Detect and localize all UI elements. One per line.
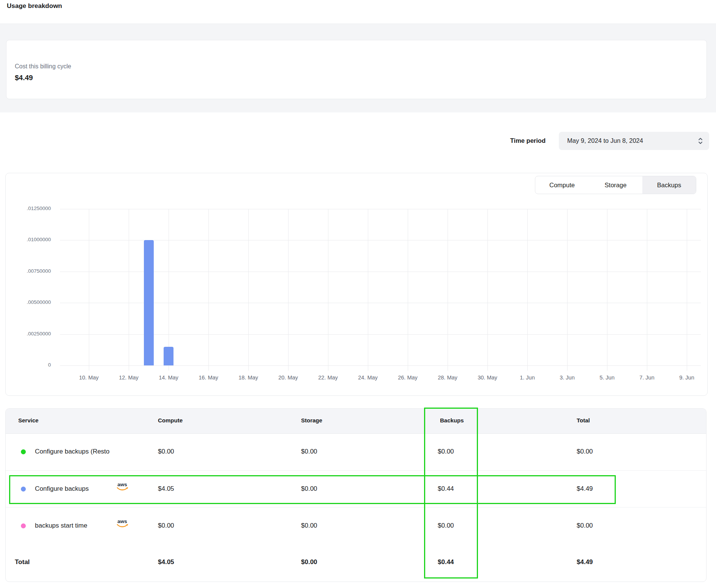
x-axis-tick-label: 9. Jun [670, 375, 704, 381]
y-axis-tick-label: .01250000 [9, 205, 51, 211]
y-axis-tick-label: .00500000 [9, 299, 51, 305]
aws-logo-icon: aws [115, 481, 129, 494]
time-period-select[interactable]: May 9, 2024 to Jun 8, 2024 [559, 132, 709, 150]
svg-text:aws: aws [117, 482, 127, 487]
y-gridline [60, 303, 701, 303]
y-axis-tick-label: 0 [9, 362, 51, 368]
total-value: $0.00 [577, 522, 593, 530]
x-gridline [248, 209, 249, 371]
storage-value: $0.00 [301, 522, 317, 530]
compute-value: $0.00 [158, 448, 174, 455]
svg-text:aws: aws [117, 518, 127, 524]
x-gridline [567, 209, 568, 371]
total-value: $4.49 [577, 485, 593, 493]
compute-value: $4.05 [158, 485, 174, 493]
y-gridline [60, 272, 701, 272]
x-axis-tick-label: 12. May [112, 375, 146, 381]
x-gridline [607, 209, 607, 371]
storage-value: $0.00 [301, 485, 317, 493]
x-gridline [647, 209, 647, 371]
x-gridline [328, 209, 328, 371]
service-name: Configure backups [35, 485, 89, 493]
service-color-dot [21, 449, 26, 454]
column-header-backups: Backups [440, 417, 464, 424]
service-color-dot [21, 487, 26, 492]
x-axis-tick-label: 18. May [231, 375, 265, 381]
storage-value: $0.00 [301, 448, 317, 455]
tab-storage[interactable]: Storage [589, 176, 642, 194]
table-row: Configure backups (Resto$0.00$0.00$0.00$… [6, 433, 706, 470]
tab-compute[interactable]: Compute [535, 176, 589, 194]
y-gridline [60, 334, 701, 335]
total-storage-value: $0.00 [301, 558, 317, 566]
cost-value: $4.49 [15, 74, 33, 82]
x-gridline [527, 209, 528, 371]
usage-chart-card: ComputeStorageBackups .01250000.01000000… [5, 173, 708, 396]
cost-summary-card: Cost this billing cycle $4.49 [6, 40, 707, 99]
x-gridline [288, 209, 289, 371]
backups-value: $0.44 [438, 485, 454, 493]
page-title: Usage breakdown [7, 2, 62, 10]
chart-metric-tabs: ComputeStorageBackups [535, 176, 696, 194]
table-row: Configure backupsaws$4.05$0.00$0.44$4.49 [6, 470, 706, 507]
x-axis-tick-label: 26. May [391, 375, 425, 381]
total-backups-value: $0.44 [438, 558, 454, 566]
total-value: $0.00 [577, 448, 593, 455]
cost-label: Cost this billing cycle [15, 63, 71, 70]
summary-band: Cost this billing cycle $4.49 [0, 24, 716, 112]
y-gridline [60, 365, 701, 366]
total-total-value: $4.49 [577, 558, 593, 566]
total-compute-value: $4.05 [158, 558, 174, 566]
tab-backups[interactable]: Backups [642, 176, 696, 194]
usage-table: ServiceComputeStorageBackupsTotal Config… [5, 408, 707, 582]
time-period-value: May 9, 2024 to Jun 8, 2024 [567, 137, 643, 144]
column-header-compute: Compute [158, 417, 183, 424]
x-gridline [408, 209, 408, 371]
x-gridline [129, 209, 129, 371]
x-axis-tick-label: 1. Jun [510, 375, 544, 381]
service-name: Configure backups (Resto [35, 448, 110, 455]
compute-value: $0.00 [158, 522, 174, 530]
x-axis-tick-label: 7. Jun [630, 375, 664, 381]
x-gridline [89, 209, 89, 371]
bar-13-may [144, 240, 154, 365]
x-axis-tick-label: 14. May [151, 375, 186, 381]
x-axis-tick-label: 30. May [470, 375, 505, 381]
x-gridline [368, 209, 368, 371]
column-header-storage: Storage [301, 417, 322, 424]
table-header-row: ServiceComputeStorageBackupsTotal [6, 409, 706, 434]
table-row: backups start timeaws$0.00$0.00$0.00$0.0… [6, 507, 706, 544]
bar-14-may [164, 347, 173, 365]
x-gridline [687, 209, 687, 371]
y-axis-tick-label: .00250000 [9, 331, 51, 337]
y-axis-tick-label: .01000000 [9, 237, 51, 242]
column-header-service: Service [18, 417, 38, 424]
x-gridline [208, 209, 209, 371]
y-axis-tick-label: .00750000 [9, 268, 51, 274]
backups-value: $0.00 [438, 522, 454, 530]
chevron-up-down-icon [698, 137, 703, 147]
backups-value: $0.00 [438, 448, 454, 455]
column-header-total: Total [577, 417, 590, 424]
x-axis-tick-label: 28. May [431, 375, 465, 381]
x-gridline [487, 209, 488, 371]
x-axis-tick-label: 16. May [191, 375, 226, 381]
time-period-label: Time period [456, 137, 546, 144]
x-axis-tick-label: 3. Jun [550, 375, 584, 381]
y-gridline [60, 209, 701, 209]
x-gridline [448, 209, 448, 371]
table-total-row: Total $4.05 $0.00 $0.44 $4.49 [6, 544, 706, 582]
service-color-dot [21, 523, 26, 528]
x-axis-tick-label: 24. May [351, 375, 385, 381]
service-name: backups start time [35, 522, 87, 530]
total-row-label: Total [15, 558, 30, 566]
x-axis-tick-label: 5. Jun [590, 375, 624, 381]
x-axis-tick-label: 20. May [271, 375, 305, 381]
x-axis-tick-label: 22. May [311, 375, 345, 381]
aws-logo-icon: aws [115, 518, 129, 531]
y-gridline [60, 240, 701, 240]
x-axis-tick-label: 10. May [72, 375, 106, 381]
